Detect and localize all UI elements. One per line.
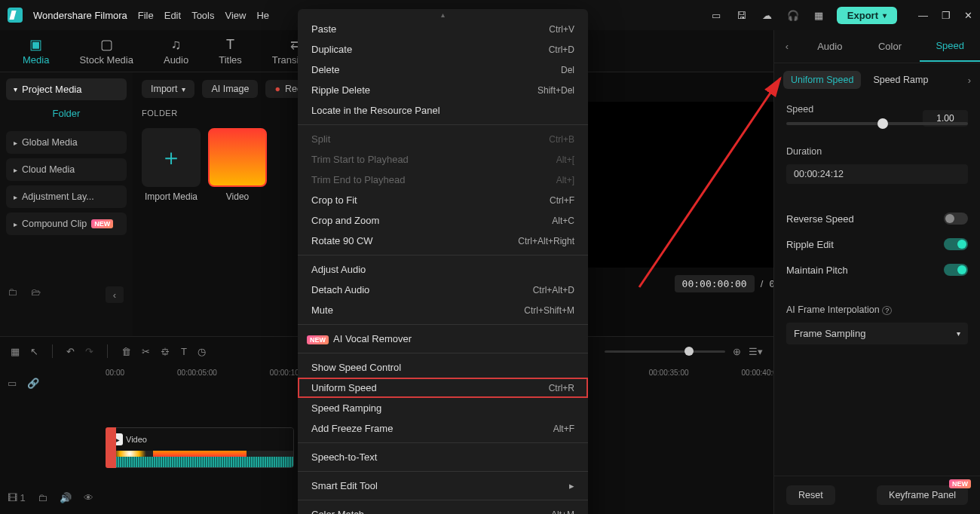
redo-icon[interactable]: ↷ [85,346,93,357]
tab-audio[interactable]: ♫Audio [164,30,188,72]
ai-image-button[interactable]: AI Image [202,80,258,98]
save-icon[interactable]: 🖫 [734,8,749,23]
support-icon[interactable]: 🎧 [786,8,801,23]
tab-titles[interactable]: TTitles [219,30,242,72]
menu-item[interactable]: Locate in the Resource Panel [298,100,588,121]
menu-item[interactable]: Crop to FitCtrl+F [298,190,588,210]
menu-item[interactable]: Uniform SpeedCtrl+R [298,378,588,398]
sidebar-item-cloud[interactable]: ▸Cloud Media [6,158,127,181]
sidebar-item-global[interactable]: ▸Global Media [6,131,127,154]
keyframe-panel-button[interactable]: Keyframe PanelNEW [877,485,968,505]
caret-up-icon[interactable]: ▴ [298,11,588,19]
menu-item[interactable]: Color MatchAlt+M [298,504,588,514]
menu-file[interactable]: File [138,10,154,21]
sidebar-project-media[interactable]: ▾Project Media [6,78,127,100]
text-icon[interactable]: T [181,346,187,357]
menu-view[interactable]: View [225,10,246,21]
menu-item[interactable]: Detach AudioCtrl+Alt+D [298,280,588,300]
layout-icon[interactable]: ▭ [709,8,724,23]
track-add-icon[interactable]: 🗀 [38,492,47,503]
new-folder-icon[interactable]: 🗀 [8,286,17,298]
menu-item[interactable]: Ripple DeleteShift+Del [298,80,588,100]
speed-slider[interactable] [786,122,968,125]
sidebar-item-compound[interactable]: ▸Compound ClipNEW [6,213,127,235]
playhead-icon[interactable] [106,427,116,468]
time-current: 00:00:00:00 [675,275,755,292]
menu-item[interactable]: Add Freeze FrameAlt+F [298,418,588,439]
new-badge: NEW [949,479,971,488]
tab-media[interactable]: ▣Media [23,30,49,72]
menu-item[interactable]: Rotate 90 CWCtrl+Alt+Right [298,231,588,251]
menu-item[interactable]: PasteCtrl+V [298,19,588,39]
tab-color[interactable]: Color [860,32,920,61]
close-icon[interactable]: ✕ [964,10,972,21]
interpolation-dropdown[interactable]: Frame Sampling▾ [786,323,968,344]
subtab-speed-ramp[interactable]: Speed Ramp [865,71,936,89]
clip-label: Video [126,435,147,444]
cut-icon[interactable]: ✂ [142,346,150,357]
menu-item[interactable]: Show Speed Control [298,357,588,378]
menu-item[interactable]: DuplicateCtrl+D [298,39,588,60]
panel-back-icon[interactable]: ‹ [774,41,800,52]
zoom-slider[interactable] [605,350,725,353]
tab-stock-media[interactable]: ▢Stock Media [79,30,133,72]
titles-icon: T [226,37,234,53]
new-bin-icon[interactable]: 🗁 [31,286,41,298]
import-button[interactable]: Import▾ [142,80,194,98]
minimize-icon[interactable]: — [918,10,928,21]
folder-label[interactable]: Folder [6,100,127,127]
crop-icon[interactable]: ⯐ [161,346,170,357]
menu-item[interactable]: Crop and ZoomAlt+C [298,210,588,231]
menu-item[interactable]: DeleteDel [298,60,588,80]
track-video-icon[interactable]: 🎞 1 [8,492,26,503]
apps-icon[interactable]: ▦ [811,8,826,23]
zoom-in-icon[interactable]: ⊕ [733,346,741,357]
timeline-layout-icon[interactable]: ▭ [8,378,17,389]
track-visibility-icon[interactable]: 👁 [84,492,93,503]
tab-speed[interactable]: Speed [920,31,980,62]
properties-panel: ‹ Audio Color Speed Uniform Speed Speed … [773,30,980,514]
menu-tools[interactable]: Tools [191,10,214,21]
menu-item[interactable]: Speech-to-Text [298,447,588,467]
video-clip-card[interactable]: Video [208,128,267,202]
menu-item[interactable]: Smart Edit Tool▸ [298,476,588,496]
link-icon[interactable]: 🔗 [27,378,39,389]
track-mute-icon[interactable]: 🔊 [60,492,72,503]
collapse-sidebar-button[interactable]: ‹ [106,286,124,303]
audio-waveform [106,457,293,467]
menu-item[interactable]: MuteCtrl+Shift+M [298,300,588,320]
duration-input[interactable]: 00:00:24:12 [786,164,968,184]
chevron-right-icon: ▸ [14,220,17,228]
menu-item[interactable]: Adjust Audio [298,259,588,280]
cloud-icon[interactable]: ☁ [760,8,775,23]
menu-item[interactable]: NEWAI Vocal Remover [298,329,588,349]
info-icon[interactable]: ? [882,306,892,315]
reset-button[interactable]: Reset [786,485,835,505]
maintain-pitch-toggle[interactable] [944,264,968,276]
grid-icon[interactable]: ▦ [11,346,20,357]
export-button[interactable]: Export▾ [837,7,897,24]
import-media-card[interactable]: ＋ Import Media [142,128,201,202]
sidebar-item-adjustment[interactable]: ▸Adjustment Lay... [6,185,127,208]
menu-edit[interactable]: Edit [164,10,181,21]
ripple-edit-toggle[interactable] [944,238,968,250]
undo-icon[interactable]: ↶ [66,346,75,357]
maintain-pitch-label: Maintain Pitch [786,265,848,276]
tab-audio[interactable]: Audio [800,32,860,61]
chevron-right-icon[interactable]: › [968,75,971,86]
reverse-speed-toggle[interactable] [944,213,968,225]
pointer-icon[interactable]: ↖ [30,346,38,357]
subtab-uniform-speed[interactable]: Uniform Speed [783,71,861,89]
maximize-icon[interactable]: ❐ [942,10,951,21]
video-clip[interactable]: ▶Video [106,427,294,468]
delete-icon[interactable]: 🗑 [121,346,131,357]
sidebar-item-label: Cloud Media [22,164,75,175]
zoom-knob[interactable] [684,347,694,356]
view-options-icon[interactable]: ☰▾ [749,346,763,357]
slider-knob[interactable] [877,118,888,129]
speed-icon[interactable]: ◷ [198,346,206,357]
duration-label: Duration [786,146,968,157]
timeline-track[interactable]: ▶Video [106,427,294,468]
menu-help[interactable]: He [256,10,269,21]
menu-item[interactable]: Speed Ramping [298,398,588,418]
